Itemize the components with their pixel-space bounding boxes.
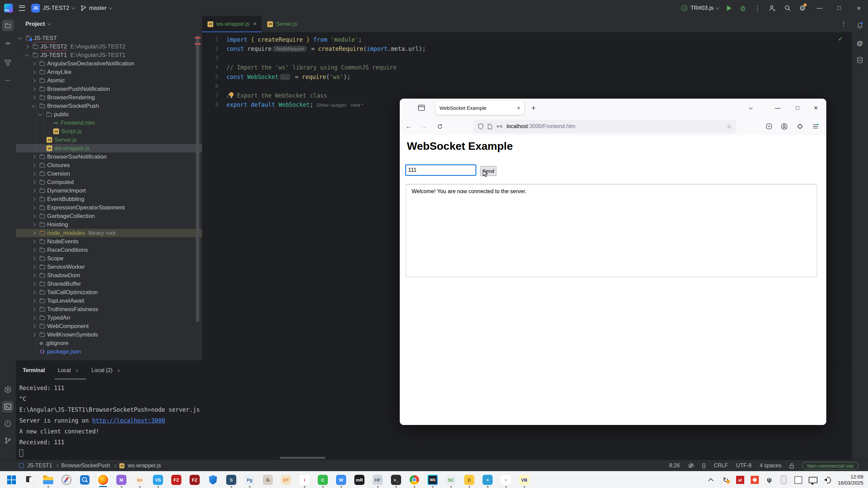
project-scrollbar[interactable] — [196, 35, 199, 322]
branch-selector[interactable]: master — [81, 5, 112, 12]
sql-client-taskbar-button[interactable]: S — [224, 472, 238, 487]
tree-item[interactable]: WebComponent — [16, 322, 202, 330]
mobaxterm-taskbar-button[interactable]: M — [115, 472, 128, 487]
tree-item[interactable]: ServiceWorker — [16, 263, 202, 271]
cmd-taskbar-button[interactable]: >_ — [389, 472, 403, 487]
structure-tool-button[interactable] — [2, 57, 14, 68]
project-panel-header[interactable]: Project — [16, 16, 202, 32]
placeholder-app-tray-icon[interactable] — [794, 475, 803, 484]
tree-item[interactable]: JSScript.js — [16, 127, 202, 136]
tab-options-icon[interactable]: ⋮ — [841, 20, 847, 27]
tree-item[interactable]: JS-TEST — [16, 34, 202, 42]
line-number[interactable]: 2 — [202, 46, 218, 52]
chevron-right-icon[interactable] — [32, 240, 35, 243]
tree-item[interactable]: JS-TEST1E:\Angular\JS-TEST1 — [16, 51, 202, 59]
code-with-me-icon[interactable] — [769, 5, 776, 12]
chevron-right-icon[interactable] — [32, 172, 35, 176]
tree-item[interactable]: TopLevelAwait — [16, 297, 202, 305]
netscape-browser-taskbar-button[interactable] — [60, 472, 73, 487]
tree-item[interactable]: Scope — [16, 254, 202, 263]
run-button[interactable] — [727, 5, 731, 11]
vcs-tool-button[interactable] — [2, 435, 14, 446]
run-tool-button[interactable] — [2, 384, 14, 395]
cyberduck-taskbar-button[interactable]: D — [462, 472, 476, 487]
tab-close-icon[interactable]: × — [253, 21, 256, 27]
terminal-tab-local[interactable]: Local × — [58, 367, 79, 373]
tree-item[interactable]: Closures — [16, 161, 202, 169]
ide-maximize-button[interactable]: □ — [833, 5, 845, 12]
tree-item[interactable]: JS-TEST2E:\Angular\JS-TEST2 — [16, 42, 202, 51]
terminal-panel-title[interactable]: Terminal — [23, 367, 45, 373]
chevron-right-icon[interactable] — [32, 316, 35, 320]
search-everywhere-icon[interactable] — [784, 5, 791, 12]
terminal-tab-local-2[interactable]: Local (2) × — [92, 367, 120, 373]
tracking-shield-icon[interactable] — [478, 123, 484, 129]
chevron-down-icon[interactable] — [18, 36, 22, 39]
winscp-taskbar-button[interactable]: SC — [444, 472, 458, 487]
tree-item[interactable]: DynamicImport — [16, 186, 202, 195]
tree-item[interactable]: JSServer.js — [16, 136, 202, 144]
notifications-button[interactable] — [854, 20, 866, 31]
chevron-right-icon[interactable] — [32, 333, 35, 337]
file-explorer-taskbar-button[interactable] — [41, 472, 55, 487]
line-number[interactable]: 5 — [202, 74, 218, 80]
radeon-settings-tray-icon[interactable] — [750, 475, 759, 484]
permissions-socket-icon[interactable] — [496, 124, 502, 129]
pocket-button[interactable] — [764, 122, 774, 131]
more-actions-icon[interactable]: ⋮ — [754, 5, 761, 11]
tab-close-icon[interactable]: × — [517, 105, 520, 111]
new-tab-button[interactable]: + — [531, 104, 536, 113]
chevron-down-icon[interactable] — [38, 112, 42, 116]
settings-button[interactable]: ⚙ — [799, 4, 806, 12]
browser-minimize-button[interactable]: — — [770, 99, 786, 117]
chevron-right-icon[interactable] — [32, 282, 35, 286]
tab-ws-wrapper[interactable]: JS ws-wrapper.js × — [202, 16, 262, 32]
tree-item[interactable]: ExpressionOperatorStatement — [16, 203, 202, 212]
mremoteng-taskbar-button[interactable]: mR — [353, 472, 366, 487]
chevron-right-icon[interactable] — [32, 189, 35, 192]
tree-item[interactable]: JSws-wrapper.js — [16, 144, 202, 152]
tab-close-icon[interactable]: × — [76, 368, 79, 373]
tree-item[interactable]: SharedBuffer — [16, 280, 202, 288]
tree-item[interactable]: TailCallOptimization — [16, 288, 202, 297]
sync-tray-icon[interactable]: ↻ — [721, 475, 730, 484]
account-button[interactable] — [780, 122, 789, 131]
chevron-right-icon[interactable] — [32, 96, 35, 99]
chevron-right-icon[interactable] — [32, 197, 35, 201]
tree-item[interactable]: EventBubbling — [16, 195, 202, 203]
page-info-icon[interactable] — [488, 124, 492, 129]
line-number[interactable]: 7 — [202, 93, 218, 99]
libreoffice-writer-taskbar-button[interactable]: W — [334, 472, 348, 487]
tree-item[interactable]: BrowserSseNotification — [16, 152, 202, 161]
chevron-down-icon[interactable] — [32, 103, 35, 107]
list-tabs-button[interactable] — [743, 99, 758, 117]
start-button-taskbar-button[interactable] — [5, 472, 18, 487]
chrome-taskbar-button[interactable] — [408, 472, 421, 487]
ide-close-button[interactable]: × — [853, 4, 865, 12]
line-number[interactable]: 3 — [202, 55, 218, 61]
ide-minimize-button[interactable]: — — [814, 5, 825, 12]
firefox-titlebar[interactable]: WebSocket Example × + — □ × — [400, 99, 826, 117]
libreoffice-calc-taskbar-button[interactable]: C — [316, 472, 330, 487]
tree-item[interactable]: TruthinessFalsiness — [16, 305, 202, 313]
chevron-right-icon[interactable] — [32, 290, 35, 294]
postgresql-taskbar-button[interactable]: Pg — [243, 472, 256, 487]
tree-item[interactable]: <>Frontend.htm — [16, 119, 202, 127]
tree-item[interactable]: {}package.json — [16, 347, 202, 356]
project-tool-button[interactable] — [2, 20, 14, 31]
firefox-view-button[interactable] — [418, 104, 425, 111]
cintanotes-taskbar-button[interactable]: ≡ — [481, 472, 494, 487]
tree-item[interactable]: RaceConditions — [16, 246, 202, 254]
line-ending-widget[interactable]: CRLF — [714, 463, 728, 469]
breadcrumb-item[interactable]: BrowserSocketPush — [61, 463, 110, 469]
usb-device-tray-icon[interactable]: ψ — [765, 475, 774, 484]
tree-item[interactable]: TypedArr — [16, 313, 202, 322]
more-tools-button[interactable]: ⋯ — [2, 75, 14, 86]
debug-button[interactable] — [739, 5, 746, 12]
terminal-tool-button[interactable] — [2, 401, 14, 412]
line-number[interactable]: 1 — [202, 37, 218, 43]
display-switch-tray-icon[interactable] — [809, 475, 817, 484]
chevron-right-icon[interactable] — [32, 155, 35, 159]
database-button[interactable] — [854, 54, 866, 66]
breadcrumb-item[interactable]: JS-TEST1 — [27, 463, 52, 469]
